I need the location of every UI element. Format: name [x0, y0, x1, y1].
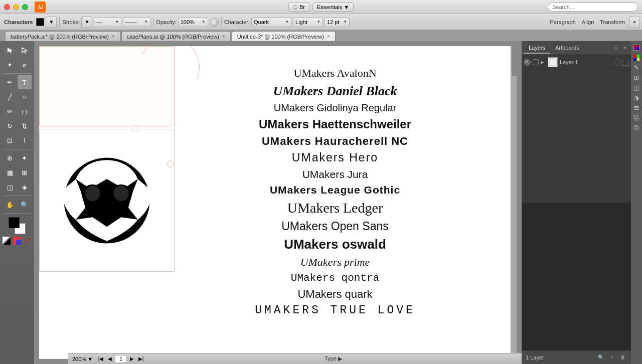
tab-caseplans[interactable]: casePlans.ai @ 100% (RGB/Preview) ×: [121, 31, 231, 41]
color-gradient-swatch[interactable]: [2, 236, 11, 245]
tab-label: batteryPack.ai* @ 200% (RGB/Preview): [11, 34, 109, 40]
transparency-tool[interactable]: ◈: [18, 180, 32, 194]
canvas-area[interactable]: UMakers AvalonN UMakers Daniel Black UMa…: [34, 41, 522, 364]
layer-expand-icon[interactable]: ▶: [541, 60, 546, 65]
separator: [59, 17, 60, 27]
minimize-button[interactable]: [13, 4, 19, 10]
swatches-button[interactable]: [632, 53, 641, 62]
rotate-tool[interactable]: ↻: [3, 119, 17, 133]
close-icon[interactable]: ×: [222, 34, 225, 39]
align-panel-button[interactable]: [632, 103, 641, 112]
character-label: Character:: [224, 19, 250, 25]
brush-panel-button[interactable]: ✎: [632, 63, 641, 72]
panel-menu-button[interactable]: ››: [612, 44, 620, 52]
eyedropper-tool[interactable]: ✦: [18, 151, 32, 165]
delete-layer-button[interactable]: 🗑: [619, 353, 627, 361]
chevron-down-icon: ▼: [144, 20, 148, 24]
magic-wand-tool[interactable]: ✦: [3, 58, 17, 72]
tab-untitled3[interactable]: Untitled-3* @ 100% (RGB/Preview) ×: [232, 31, 336, 41]
opacity-label: Opacity:: [156, 19, 176, 25]
zoom-control[interactable]: 200% ▼: [72, 356, 93, 362]
vertical-scrollbar[interactable]: [511, 46, 517, 359]
rect-outline: [39, 46, 175, 126]
panel-close-button[interactable]: ×: [621, 44, 629, 52]
lasso-tool[interactable]: ⌀: [18, 58, 32, 72]
more-options-button[interactable]: ≡: [629, 17, 640, 28]
search-layers-button[interactable]: 🔍: [597, 353, 605, 361]
opacity-dropdown[interactable]: 100% ▼: [178, 17, 208, 27]
color-swatches[interactable]: [9, 217, 26, 234]
direct-selection-tool[interactable]: [18, 43, 32, 57]
stroke-options-button[interactable]: ▼: [81, 17, 92, 28]
font-sample-open-sans: UMakers Open Sans: [190, 219, 480, 234]
type-tool[interactable]: T: [18, 75, 32, 89]
scale-tool[interactable]: ⊡: [3, 133, 17, 147]
pen-tool[interactable]: ✒: [3, 75, 17, 89]
pencil-tool[interactable]: ✏: [3, 104, 17, 118]
search-input[interactable]: [548, 3, 638, 12]
tab-label: casePlans.ai @ 100% (RGB/Preview): [127, 34, 219, 40]
stroke-weight-dropdown[interactable]: — ▼: [94, 17, 121, 27]
blend-tool[interactable]: ⊕: [3, 151, 17, 165]
graphic-styles-button[interactable]: ◫: [632, 83, 641, 92]
maximize-button[interactable]: [22, 4, 28, 10]
first-page-button[interactable]: |◀: [97, 355, 105, 363]
tab-artboards[interactable]: Artboards: [550, 43, 584, 54]
svg-rect-13: [634, 109, 639, 110]
mesh-tool[interactable]: ⊞: [18, 165, 32, 179]
eraser-tool[interactable]: ◻: [18, 104, 32, 118]
fill-options-button[interactable]: ▼: [46, 17, 57, 28]
reflect-tool[interactable]: ⇅: [18, 119, 32, 133]
color-panel-button[interactable]: [632, 43, 641, 52]
fill-swatch[interactable]: [36, 18, 44, 26]
layer-visibility-toggle[interactable]: [524, 59, 531, 66]
scrollbar-thumb[interactable]: [512, 46, 517, 76]
transform-panel-button[interactable]: [632, 113, 641, 122]
font-weight-dropdown[interactable]: Light ▼: [293, 17, 323, 27]
appearance-button[interactable]: ◑: [632, 93, 641, 102]
tab-batterypack[interactable]: batteryPack.ai* @ 200% (RGB/Preview) ×: [5, 31, 120, 41]
font-family-dropdown[interactable]: Quark ▼: [251, 17, 291, 27]
app-icon: Ai: [33, 0, 47, 14]
add-layer-button[interactable]: +: [608, 353, 616, 361]
graph-tool[interactable]: ▦: [3, 165, 17, 179]
layer-row[interactable]: ▶ Layer 1: [522, 55, 631, 69]
symbol-panel-button[interactable]: ⊞: [632, 73, 641, 82]
font-sample-gidolinya: UMakers Gidolinya Regular: [190, 101, 480, 114]
color-active-swatch[interactable]: [13, 236, 22, 245]
next-page-button[interactable]: ▶: [128, 355, 136, 363]
layer-lock[interactable]: [533, 59, 539, 65]
transform-button[interactable]: Transform: [598, 18, 627, 26]
workspace-button[interactable]: Essentials ▼: [312, 3, 354, 12]
tab-layers[interactable]: Layers: [524, 43, 550, 54]
page-input[interactable]: 1: [115, 355, 127, 363]
align-button[interactable]: Align: [580, 18, 596, 26]
zoom-value: 200%: [72, 356, 86, 362]
selection-tool[interactable]: [3, 43, 17, 57]
svg-point-17: [635, 126, 639, 130]
last-page-button[interactable]: ▶|: [137, 355, 145, 363]
font-size-dropdown[interactable]: 12 pt ▼: [325, 17, 350, 27]
close-button[interactable]: [4, 4, 10, 10]
zoom-tool[interactable]: 🔍: [18, 198, 32, 212]
warp-tool[interactable]: ⌇: [18, 133, 32, 147]
hand-tool[interactable]: ✋: [3, 198, 17, 212]
close-icon[interactable]: ×: [112, 34, 115, 39]
ellipse-tool[interactable]: ○: [18, 90, 32, 104]
line-tool[interactable]: ╱: [3, 90, 17, 104]
brush-dropdown[interactable]: —— ▼: [123, 17, 150, 27]
bridge-button[interactable]: ◌ Br: [288, 2, 309, 12]
main-area: ✦ ⌀ ✒ T ╱ ○ ✏ ◻ ↻ ⇅ ⊡ ⌇ ⊕ ✦ ▦: [0, 41, 642, 364]
gradient-tool[interactable]: ◫: [3, 180, 17, 194]
fill-color[interactable]: [9, 217, 20, 228]
window-controls[interactable]: [4, 4, 28, 10]
layers-panel: Layers Artboards ›› ×: [522, 41, 631, 364]
pathfinder-button[interactable]: [632, 123, 641, 132]
paragraph-button[interactable]: Paragraph: [548, 18, 577, 26]
panel-header: Layers Artboards ›› ×: [522, 41, 631, 55]
prev-page-button[interactable]: ◀: [106, 355, 114, 363]
none-swatch[interactable]: [23, 236, 32, 245]
layer-circle-icon: [614, 59, 621, 66]
tool-row: ⊡ ⌇: [1, 133, 33, 147]
close-icon[interactable]: ×: [327, 34, 330, 39]
